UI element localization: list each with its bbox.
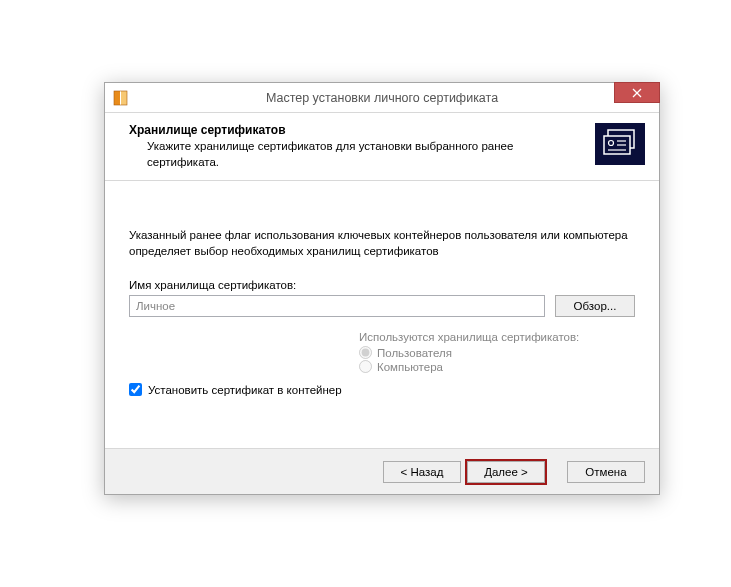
install-to-container-label[interactable]: Установить сертификат в контейнер [148, 384, 342, 396]
radio-computer [359, 360, 372, 373]
cancel-button[interactable]: Отмена [567, 461, 645, 483]
wizard-content: Указанный ранее флаг использования ключе… [105, 181, 659, 408]
store-name-input [129, 295, 545, 317]
wizard-header: Хранилище сертификатов Укажите хранилище… [105, 113, 659, 181]
certificate-icon [595, 123, 645, 165]
wizard-window: Мастер установки личного сертификата Хра… [104, 82, 660, 495]
header-title: Хранилище сертификатов [129, 123, 587, 137]
svg-rect-1 [121, 91, 127, 105]
back-button[interactable]: < Назад [383, 461, 461, 483]
radio-user [359, 346, 372, 359]
radio-user-row: Пользователя [359, 346, 635, 359]
store-field-row: Обзор... [129, 295, 635, 317]
radio-user-label: Пользователя [377, 347, 452, 359]
store-scope-group: Используются хранилища сертификатов: Пол… [359, 331, 635, 373]
radio-computer-row: Компьютера [359, 360, 635, 373]
titlebar: Мастер установки личного сертификата [105, 83, 659, 113]
close-icon [632, 88, 642, 98]
app-icon [113, 90, 129, 106]
install-to-container-checkbox[interactable] [129, 383, 142, 396]
header-description: Укажите хранилище сертификатов для устан… [147, 139, 527, 170]
install-to-container-row: Установить сертификат в контейнер [129, 383, 635, 396]
wizard-footer: < Назад Далее > Отмена [105, 448, 659, 494]
store-name-label: Имя хранилища сертификатов: [129, 279, 635, 291]
next-button[interactable]: Далее > [467, 461, 545, 483]
window-title: Мастер установки личного сертификата [105, 91, 659, 105]
svg-rect-0 [114, 91, 120, 105]
browse-button[interactable]: Обзор... [555, 295, 635, 317]
store-scope-title: Используются хранилища сертификатов: [359, 331, 635, 343]
info-text: Указанный ранее флаг использования ключе… [129, 227, 635, 259]
close-button[interactable] [614, 82, 660, 103]
header-text-block: Хранилище сертификатов Укажите хранилище… [129, 123, 587, 170]
radio-computer-label: Компьютера [377, 361, 443, 373]
